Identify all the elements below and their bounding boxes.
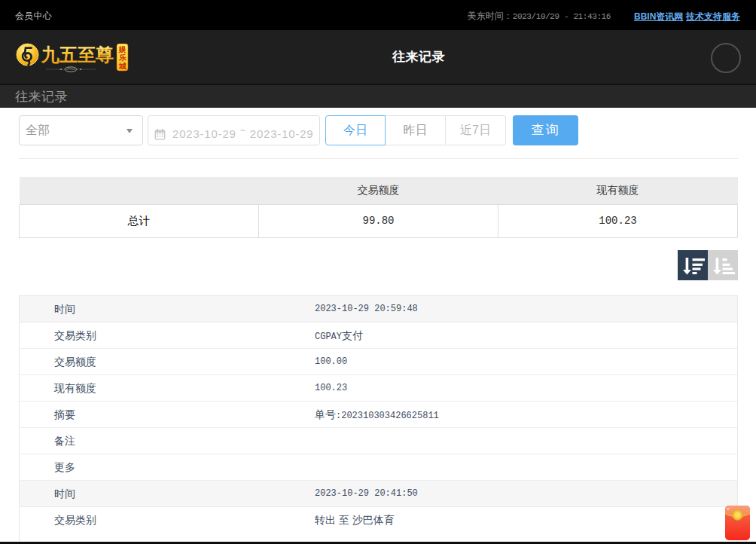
svg-text:乐: 乐 (118, 53, 127, 62)
svg-text:娱: 娱 (118, 45, 127, 53)
svg-text:城: 城 (118, 62, 127, 70)
svg-text:九五至尊: 九五至尊 (41, 44, 114, 65)
